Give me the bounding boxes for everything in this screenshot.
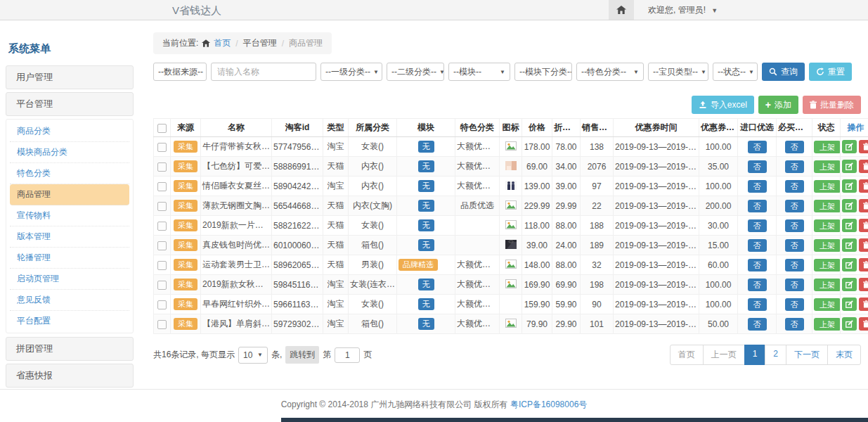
- status-button[interactable]: 上架: [814, 259, 841, 271]
- home-button[interactable]: [609, 0, 634, 20]
- sidebar-subitem[interactable]: 模块商品分类: [10, 142, 129, 163]
- delete-button[interactable]: [859, 278, 868, 291]
- must-buy-toggle[interactable]: 否: [785, 239, 804, 252]
- row-checkbox[interactable]: [157, 261, 167, 270]
- breadcrumb-home-link[interactable]: 首页: [214, 37, 231, 49]
- sidebar-group[interactable]: 省惠快报: [6, 364, 134, 388]
- feature-category-select[interactable]: --特色分类--▼: [576, 63, 644, 81]
- import-select-toggle[interactable]: 否: [748, 200, 767, 212]
- select-all-checkbox[interactable]: [157, 124, 167, 133]
- status-button[interactable]: 上架: [814, 298, 841, 311]
- status-button[interactable]: 上架: [814, 141, 841, 153]
- edit-button[interactable]: [842, 298, 857, 311]
- row-checkbox[interactable]: [157, 222, 167, 231]
- status-button[interactable]: 上架: [814, 160, 841, 173]
- import-select-toggle[interactable]: 否: [748, 141, 767, 153]
- status-button[interactable]: 上架: [814, 239, 841, 252]
- page-button[interactable]: 首页: [670, 345, 704, 365]
- icp-link[interactable]: 粤ICP备16098006号: [510, 399, 587, 409]
- import-select-toggle[interactable]: 否: [748, 259, 767, 271]
- page-button[interactable]: 1: [744, 345, 766, 365]
- must-buy-toggle[interactable]: 否: [785, 141, 804, 153]
- edit-button[interactable]: [842, 219, 857, 232]
- page-button[interactable]: 下一页: [786, 345, 828, 365]
- import-select-toggle[interactable]: 否: [748, 219, 767, 232]
- name-search-input[interactable]: [211, 63, 316, 81]
- item-type-select[interactable]: --宝贝类型--▼: [648, 63, 708, 81]
- breadcrumb-item[interactable]: 平台管理: [243, 37, 277, 49]
- delete-button[interactable]: [859, 140, 868, 153]
- add-button[interactable]: + 添加: [758, 96, 798, 114]
- page-button[interactable]: 2: [765, 345, 786, 365]
- edit-button[interactable]: [842, 278, 857, 291]
- import-select-toggle[interactable]: 否: [748, 318, 767, 331]
- sidebar-subitem[interactable]: 启动页管理: [10, 269, 129, 290]
- sidebar-group[interactable]: 平台管理: [6, 92, 134, 116]
- edit-button[interactable]: [842, 179, 857, 193]
- search-button[interactable]: 查询: [762, 63, 805, 81]
- module-subcategory-select[interactable]: --模块下分类--▼: [514, 63, 572, 81]
- status-button[interactable]: 上架: [814, 180, 841, 193]
- delete-button[interactable]: [859, 238, 868, 252]
- must-buy-toggle[interactable]: 否: [785, 219, 804, 232]
- level2-category-select[interactable]: --二级分类--▼: [387, 63, 444, 81]
- row-checkbox[interactable]: [157, 202, 167, 211]
- status-button[interactable]: 上架: [814, 219, 841, 232]
- delete-button[interactable]: [859, 258, 868, 271]
- sidebar-subitem[interactable]: 商品管理: [10, 184, 129, 205]
- module-select[interactable]: --模块--▼: [448, 63, 510, 81]
- sidebar-subitem[interactable]: 意见反馈: [10, 290, 129, 311]
- page-size-select[interactable]: 10 ▼: [238, 347, 268, 364]
- page-button[interactable]: 上一页: [703, 345, 745, 365]
- status-button[interactable]: 上架: [814, 279, 841, 291]
- delete-button[interactable]: [859, 179, 868, 193]
- edit-button[interactable]: [842, 258, 857, 271]
- edit-button[interactable]: [842, 160, 857, 173]
- import-select-toggle[interactable]: 否: [748, 239, 767, 252]
- must-buy-toggle[interactable]: 否: [785, 279, 804, 291]
- row-checkbox[interactable]: [157, 143, 167, 152]
- delete-button[interactable]: [859, 298, 868, 311]
- status-button[interactable]: 上架: [814, 200, 841, 212]
- status-button[interactable]: 上架: [814, 318, 841, 331]
- edit-button[interactable]: [842, 238, 857, 252]
- jump-page-input[interactable]: [335, 347, 360, 363]
- batch-delete-button[interactable]: 批量删除: [803, 96, 861, 114]
- delete-button[interactable]: [859, 219, 868, 232]
- level1-category-select[interactable]: --一级分类--▼: [320, 63, 382, 81]
- sidebar-subitem[interactable]: 平台配置: [10, 311, 129, 331]
- edit-button[interactable]: [842, 140, 857, 153]
- row-checkbox[interactable]: [157, 182, 167, 191]
- edit-button[interactable]: [842, 317, 857, 331]
- status-select[interactable]: --状态--▼: [713, 63, 758, 81]
- sidebar-group[interactable]: 拼团管理: [6, 337, 134, 361]
- delete-button[interactable]: [859, 199, 868, 212]
- import-select-toggle[interactable]: 否: [748, 298, 767, 311]
- must-buy-toggle[interactable]: 否: [785, 259, 804, 271]
- sidebar-subitem[interactable]: 宣传物料: [10, 205, 129, 226]
- import-select-toggle[interactable]: 否: [748, 279, 767, 291]
- data-source-select[interactable]: --数据来源--▼: [153, 63, 207, 81]
- must-buy-toggle[interactable]: 否: [785, 200, 804, 212]
- sidebar-subitem[interactable]: 版本管理: [10, 226, 129, 248]
- row-checkbox[interactable]: [157, 320, 167, 329]
- page-button[interactable]: 末页: [827, 345, 861, 365]
- must-buy-toggle[interactable]: 否: [785, 180, 804, 193]
- jump-button[interactable]: 跳转到: [285, 346, 319, 364]
- row-checkbox[interactable]: [157, 281, 167, 290]
- reset-button[interactable]: 重置: [809, 63, 852, 81]
- import-select-toggle[interactable]: 否: [748, 160, 767, 173]
- edit-button[interactable]: [842, 199, 857, 212]
- must-buy-toggle[interactable]: 否: [785, 318, 804, 331]
- sidebar-subitem[interactable]: 特色分类: [10, 163, 129, 184]
- delete-button[interactable]: [859, 160, 868, 173]
- delete-button[interactable]: [859, 317, 868, 331]
- row-checkbox[interactable]: [157, 300, 167, 309]
- must-buy-toggle[interactable]: 否: [785, 160, 804, 173]
- user-menu[interactable]: 欢迎您, 管理员! ▼: [648, 4, 718, 16]
- import-select-toggle[interactable]: 否: [748, 180, 767, 193]
- sidebar-subitem[interactable]: 商品分类: [10, 121, 129, 142]
- sidebar-group[interactable]: 用户管理: [6, 65, 134, 89]
- must-buy-toggle[interactable]: 否: [785, 298, 804, 311]
- row-checkbox[interactable]: [157, 241, 167, 250]
